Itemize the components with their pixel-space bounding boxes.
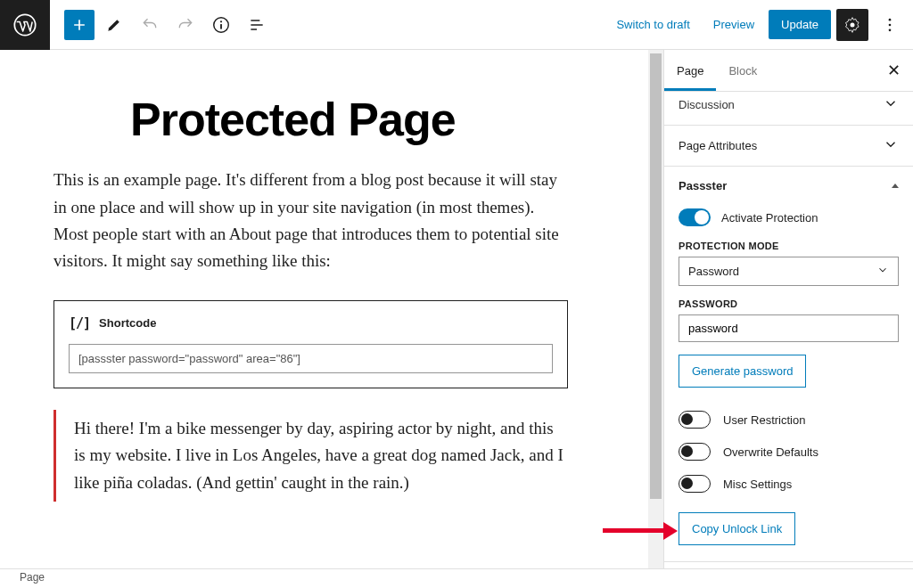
user-restriction-toggle[interactable] — [679, 411, 711, 429]
sidebar-body: Discussion Page Attributes Passster Acti… — [664, 92, 913, 568]
user-restriction-label: User Restriction — [723, 413, 805, 427]
caret-up-icon — [892, 184, 899, 188]
chevron-down-icon — [883, 95, 899, 114]
undo-button[interactable] — [134, 9, 166, 41]
breadcrumb[interactable]: Page — [20, 571, 45, 584]
redo-button[interactable] — [169, 9, 202, 41]
svg-rect-3 — [220, 24, 222, 29]
editor-scrollbar[interactable] — [648, 50, 663, 568]
main-area: Protected Page This is an example page. … — [0, 50, 913, 568]
panel-discussion[interactable]: Discussion — [664, 92, 913, 126]
editor-footer: Page — [0, 568, 913, 588]
toolbar-left — [50, 9, 273, 41]
svg-point-5 — [889, 18, 892, 20]
password-label: PASSWORD — [679, 298, 899, 309]
intro-paragraph[interactable]: This is an example page. It's different … — [53, 167, 568, 275]
protection-mode-select[interactable]: Password — [679, 257, 899, 286]
user-restriction-row: User Restriction — [679, 404, 899, 436]
passster-heading: Passster — [679, 179, 727, 192]
svg-point-4 — [851, 22, 855, 27]
tab-page[interactable]: Page — [664, 52, 716, 90]
panel-page-attributes[interactable]: Page Attributes — [664, 126, 913, 167]
page-title[interactable]: Protected Page — [130, 94, 568, 145]
settings-sidebar: Page Block ✕ Discussion Page Attributes … — [663, 50, 913, 568]
editor-canvas: Protected Page This is an example page. … — [0, 50, 663, 568]
misc-settings-toggle[interactable] — [679, 475, 711, 493]
panel-page-attributes-label: Page Attributes — [679, 139, 757, 152]
close-sidebar-button[interactable]: ✕ — [875, 52, 913, 89]
panel-passster: Passster Activate Protection PROTECTION … — [664, 167, 913, 562]
misc-settings-row: Misc Settings — [679, 468, 899, 500]
chevron-down-icon — [883, 136, 899, 155]
tab-block[interactable]: Block — [716, 52, 769, 90]
editor-content[interactable]: Protected Page This is an example page. … — [0, 50, 648, 568]
more-options-button[interactable] — [874, 9, 906, 41]
copy-unlock-link-button[interactable]: Copy Unlock Link — [679, 512, 795, 545]
shortcode-icon: [/] — [69, 315, 90, 331]
svg-point-2 — [220, 20, 222, 22]
add-block-button[interactable] — [64, 10, 95, 40]
settings-button[interactable] — [836, 9, 868, 41]
shortcode-block[interactable]: [/] Shortcode — [53, 300, 568, 388]
password-input[interactable] — [679, 314, 899, 342]
panel-discussion-label: Discussion — [679, 98, 735, 111]
activate-protection-row: Activate Protection — [679, 203, 899, 239]
editor-toolbar: Switch to draft Preview Update — [0, 0, 913, 50]
protection-mode-label: PROTECTION MODE — [679, 241, 899, 251]
shortcode-input[interactable] — [69, 344, 553, 373]
generate-password-button[interactable]: Generate password — [679, 355, 806, 388]
wordpress-logo[interactable] — [0, 0, 50, 50]
activate-protection-label: Activate Protection — [721, 211, 818, 225]
passster-header[interactable]: Passster — [679, 167, 899, 203]
activate-protection-toggle[interactable] — [679, 208, 711, 226]
switch-to-draft-button[interactable]: Switch to draft — [607, 11, 698, 38]
shortcode-label: Shortcode — [99, 316, 156, 330]
overwrite-defaults-label: Overwrite Defaults — [723, 445, 818, 459]
preview-button[interactable]: Preview — [704, 11, 763, 38]
edit-mode-button[interactable] — [98, 9, 130, 41]
overwrite-defaults-row: Overwrite Defaults — [679, 436, 899, 468]
overwrite-defaults-toggle[interactable] — [679, 443, 711, 461]
outline-button[interactable] — [241, 9, 273, 41]
chevron-down-icon — [876, 264, 889, 279]
info-button[interactable] — [205, 9, 237, 41]
scrollbar-thumb[interactable] — [650, 53, 662, 499]
shortcode-header: [/] Shortcode — [69, 315, 553, 331]
toolbar-right: Switch to draft Preview Update — [607, 9, 913, 41]
svg-point-7 — [889, 29, 892, 31]
update-button[interactable]: Update — [769, 10, 831, 39]
misc-settings-label: Misc Settings — [723, 478, 792, 491]
quote-block[interactable]: Hi there! I'm a bike messenger by day, a… — [53, 410, 568, 502]
svg-point-6 — [889, 23, 892, 26]
sidebar-tabs: Page Block ✕ — [664, 50, 913, 92]
protection-mode-value: Password — [688, 265, 739, 278]
